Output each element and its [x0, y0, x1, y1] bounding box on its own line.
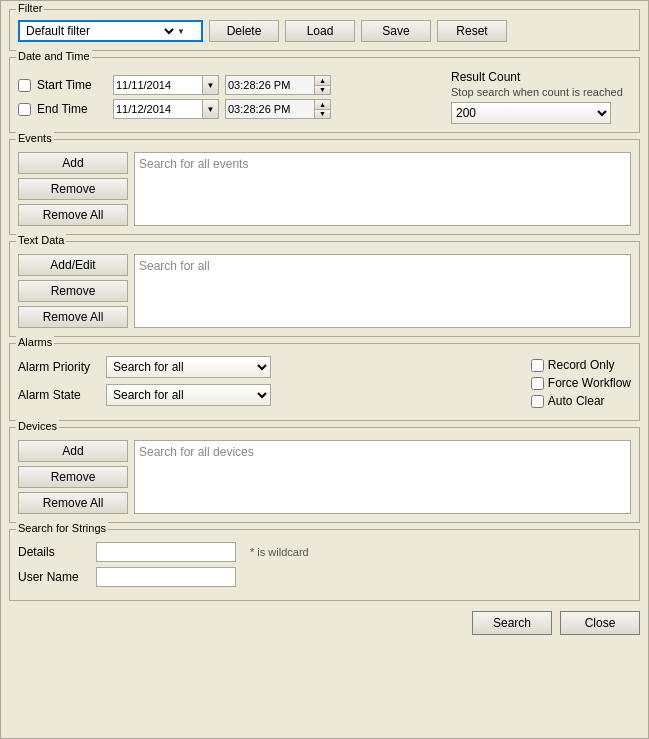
result-count-title: Result Count	[451, 70, 631, 84]
result-count-desc: Stop search when count is reached	[451, 86, 631, 98]
text-data-row: Add/Edit Remove Remove All Search for al…	[18, 254, 631, 328]
datetime-label: Date and Time	[16, 50, 92, 62]
devices-remove-button[interactable]: Remove	[18, 466, 128, 488]
record-only-label: Record Only	[548, 358, 615, 372]
text-data-display-area: Search for all	[134, 254, 631, 328]
events-display-area: Search for all events	[134, 152, 631, 226]
alarm-priority-label: Alarm Priority	[18, 360, 98, 374]
end-date-input[interactable]	[113, 99, 203, 119]
events-remove-all-button[interactable]: Remove All	[18, 204, 128, 226]
username-label: User Name	[18, 570, 88, 584]
end-time-input[interactable]	[225, 99, 315, 119]
text-data-label: Text Data	[16, 234, 66, 246]
search-button[interactable]: Search	[472, 611, 552, 635]
text-data-placeholder: Search for all	[139, 259, 210, 273]
end-date-arrow[interactable]: ▼	[203, 99, 219, 119]
end-date-wrapper: ▼	[113, 99, 219, 119]
search-strings-label: Search for Strings	[16, 522, 108, 534]
filter-label: Filter	[16, 2, 44, 14]
devices-buttons: Add Remove Remove All	[18, 440, 128, 514]
end-time-checkbox[interactable]	[18, 103, 31, 116]
alarm-state-row: Alarm State Search for all Active Acknow…	[18, 384, 521, 406]
end-time-spin-btns: ▲ ▼	[315, 99, 331, 119]
search-strings-section: Search for Strings Details * is wildcard…	[9, 529, 640, 601]
details-input[interactable]	[96, 542, 236, 562]
result-count-select-wrapper: 200 100 500 1000	[451, 102, 631, 124]
devices-label: Devices	[16, 420, 59, 432]
alarm-state-select[interactable]: Search for all Active Acknowledged Clear…	[106, 384, 271, 406]
events-label: Events	[16, 132, 54, 144]
events-placeholder: Search for all events	[139, 157, 248, 171]
record-only-row: Record Only	[531, 358, 631, 372]
datetime-left: Start Time ▼ ▲ ▼	[18, 75, 451, 119]
alarms-label: Alarms	[16, 336, 54, 348]
alarms-left: Alarm Priority Search for all Low Medium…	[18, 356, 521, 412]
end-time-wrapper: ▲ ▼	[225, 99, 331, 119]
alarms-section: Alarms Alarm Priority Search for all Low…	[9, 343, 640, 421]
start-time-spin-up[interactable]: ▲	[315, 76, 330, 86]
main-window: Filter Default filter ▼ Delete Load Save…	[0, 0, 649, 739]
datetime-row: Start Time ▼ ▲ ▼	[18, 70, 631, 124]
text-data-add-edit-button[interactable]: Add/Edit	[18, 254, 128, 276]
filter-dropdown-arrow: ▼	[177, 27, 185, 36]
text-data-section: Text Data Add/Edit Remove Remove All Sea…	[9, 241, 640, 337]
details-row: Details * is wildcard	[18, 542, 631, 562]
force-workflow-checkbox[interactable]	[531, 377, 544, 390]
filter-dropdown[interactable]: Default filter	[22, 23, 177, 39]
start-time-row: Start Time ▼ ▲ ▼	[18, 75, 451, 95]
text-data-buttons: Add/Edit Remove Remove All	[18, 254, 128, 328]
devices-add-button[interactable]: Add	[18, 440, 128, 462]
start-time-label: Start Time	[37, 78, 107, 92]
result-count-section: Result Count Stop search when count is r…	[451, 70, 631, 124]
alarm-priority-row: Alarm Priority Search for all Low Medium…	[18, 356, 521, 378]
start-time-spin-btns: ▲ ▼	[315, 75, 331, 95]
start-time-input[interactable]	[225, 75, 315, 95]
load-button[interactable]: Load	[285, 20, 355, 42]
force-workflow-row: Force Workflow	[531, 376, 631, 390]
devices-placeholder: Search for all devices	[139, 445, 254, 459]
devices-remove-all-button[interactable]: Remove All	[18, 492, 128, 514]
end-time-spin-up[interactable]: ▲	[315, 100, 330, 110]
end-time-row: End Time ▼ ▲ ▼	[18, 99, 451, 119]
alarm-priority-select[interactable]: Search for all Low Medium High	[106, 356, 271, 378]
filter-select-wrapper[interactable]: Default filter ▼	[18, 20, 203, 42]
end-time-spin-down[interactable]: ▼	[315, 110, 330, 119]
force-workflow-label: Force Workflow	[548, 376, 631, 390]
strings-content: Details * is wildcard User Name	[18, 542, 631, 587]
result-count-select[interactable]: 200 100 500 1000	[451, 102, 611, 124]
bottom-row: Search Close	[9, 611, 640, 635]
devices-row: Add Remove Remove All Search for all dev…	[18, 440, 631, 514]
start-time-spin-down[interactable]: ▼	[315, 86, 330, 95]
username-row: User Name	[18, 567, 631, 587]
start-date-input[interactable]	[113, 75, 203, 95]
start-time-wrapper: ▲ ▼	[225, 75, 331, 95]
start-date-arrow[interactable]: ▼	[203, 75, 219, 95]
text-data-remove-all-button[interactable]: Remove All	[18, 306, 128, 328]
delete-button[interactable]: Delete	[209, 20, 279, 42]
filter-section: Filter Default filter ▼ Delete Load Save…	[9, 9, 640, 51]
details-label: Details	[18, 545, 88, 559]
events-add-button[interactable]: Add	[18, 152, 128, 174]
filter-row: Default filter ▼ Delete Load Save Reset	[18, 20, 631, 42]
wildcard-note: * is wildcard	[250, 546, 309, 558]
close-button[interactable]: Close	[560, 611, 640, 635]
text-data-remove-button[interactable]: Remove	[18, 280, 128, 302]
reset-button[interactable]: Reset	[437, 20, 507, 42]
auto-clear-row: Auto Clear	[531, 394, 631, 408]
alarms-right: Record Only Force Workflow Auto Clear	[531, 356, 631, 412]
save-button[interactable]: Save	[361, 20, 431, 42]
devices-display-area: Search for all devices	[134, 440, 631, 514]
end-time-label: End Time	[37, 102, 107, 116]
alarms-content: Alarm Priority Search for all Low Medium…	[18, 356, 631, 412]
username-input[interactable]	[96, 567, 236, 587]
events-row: Add Remove Remove All Search for all eve…	[18, 152, 631, 226]
record-only-checkbox[interactable]	[531, 359, 544, 372]
datetime-section: Date and Time Start Time ▼ ▲ ▼	[9, 57, 640, 133]
devices-section: Devices Add Remove Remove All Search for…	[9, 427, 640, 523]
auto-clear-checkbox[interactable]	[531, 395, 544, 408]
events-section: Events Add Remove Remove All Search for …	[9, 139, 640, 235]
auto-clear-label: Auto Clear	[548, 394, 605, 408]
alarm-state-label: Alarm State	[18, 388, 98, 402]
start-time-checkbox[interactable]	[18, 79, 31, 92]
events-remove-button[interactable]: Remove	[18, 178, 128, 200]
